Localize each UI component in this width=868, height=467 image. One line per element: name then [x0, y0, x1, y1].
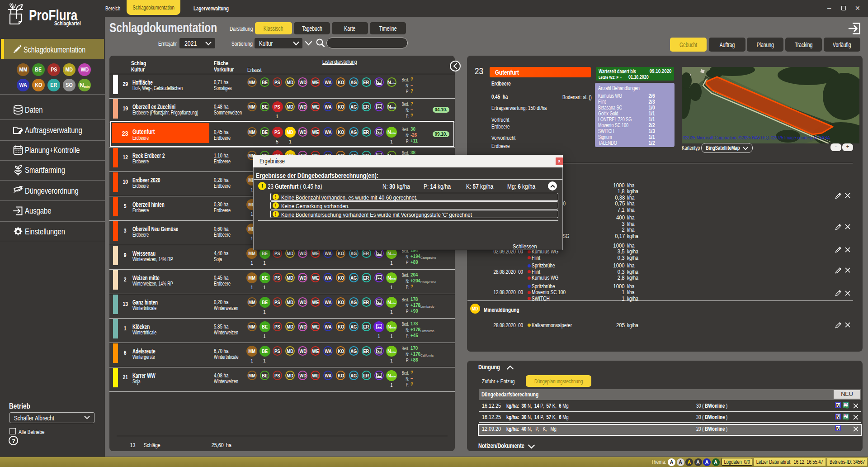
svg-text:©2025 Microsoft Corporation, ©: ©2025 Microsoft Corporation, ©2025 NAVTE…	[683, 135, 830, 140]
